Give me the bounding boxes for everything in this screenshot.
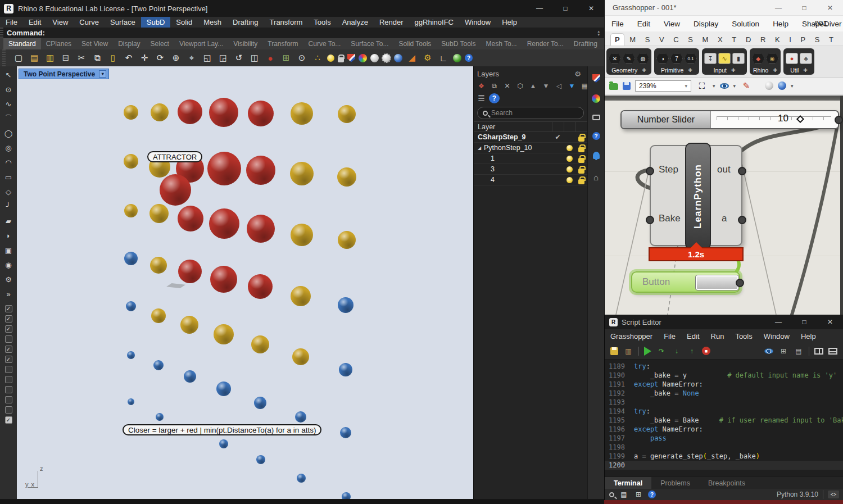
- menu-item[interactable]: View: [47, 17, 74, 28]
- properties-shield-icon[interactable]: [592, 74, 600, 83]
- osnap-checkbox[interactable]: [5, 305, 12, 312]
- select-arrow-icon[interactable]: ↖: [3, 70, 14, 80]
- display-color-wheel-icon[interactable]: [592, 94, 600, 103]
- undo-view-icon[interactable]: ↺: [233, 52, 245, 64]
- drag-grip[interactable]: [2, 49, 6, 66]
- osnap-checkbox[interactable]: [5, 376, 12, 383]
- menu-item[interactable]: Edit: [681, 332, 705, 340]
- curve-points-icon[interactable]: ⌒: [3, 113, 14, 124]
- sphere-object[interactable]: [124, 105, 138, 120]
- menu-item[interactable]: Tools: [308, 17, 336, 28]
- component-name-capsule[interactable]: LearnPython: [685, 143, 711, 249]
- gh-circle-icon[interactable]: ◍: [637, 53, 649, 64]
- layer-search-input[interactable]: [491, 109, 564, 117]
- step-out-icon[interactable]: ↑: [687, 346, 697, 356]
- chevron-down-icon[interactable]: ▾: [685, 83, 687, 89]
- out-output-nub[interactable]: [738, 167, 746, 175]
- sphere-object[interactable]: [248, 274, 273, 299]
- sphere-object[interactable]: [338, 105, 356, 123]
- toolbar-tab[interactable]: Drafting: [569, 38, 602, 49]
- code-line[interactable]: 1192 _bake = None: [605, 389, 843, 398]
- osnap-checkbox[interactable]: [5, 406, 12, 414]
- gh-tree-icon[interactable]: ♣: [800, 53, 812, 64]
- toolbar-tab[interactable]: Set View: [76, 38, 113, 49]
- drag-grip[interactable]: [0, 28, 3, 38]
- menu-item[interactable]: Surface: [105, 17, 141, 28]
- number-slider-component[interactable]: Number Slider 10: [620, 110, 839, 129]
- gh-integer-icon[interactable]: 7: [670, 53, 683, 64]
- new-file-icon[interactable]: ▢: [12, 52, 25, 64]
- point-icon[interactable]: ⊙: [3, 84, 14, 94]
- toolbar-tab[interactable]: Display: [113, 38, 145, 49]
- chevron-down-icon[interactable]: ▾: [733, 83, 736, 89]
- category-tab[interactable]: D: [742, 34, 755, 46]
- menu-item[interactable]: Window: [758, 332, 795, 340]
- toolbar-tab[interactable]: Surface To...: [346, 38, 393, 49]
- ellipse-icon[interactable]: ◎: [3, 143, 14, 153]
- button-component[interactable]: Button: [631, 271, 740, 293]
- menu-item[interactable]: Display: [687, 20, 725, 28]
- sphere-object[interactable]: [216, 382, 231, 396]
- filter-icon[interactable]: ▼: [566, 81, 577, 91]
- split-rows-icon[interactable]: [828, 348, 837, 355]
- toolbar-tab[interactable]: Solid Tools: [394, 38, 437, 49]
- step-in-icon[interactable]: ↓: [672, 346, 682, 356]
- render-region-icon[interactable]: [382, 54, 391, 62]
- sphere-object[interactable]: [124, 204, 138, 217]
- stop-icon[interactable]: ■: [702, 347, 710, 355]
- step-over-icon[interactable]: ↷: [656, 346, 667, 356]
- sphere-object[interactable]: [342, 492, 351, 499]
- new-layer-icon[interactable]: ❖: [476, 81, 487, 91]
- number-slider-track[interactable]: 10: [711, 111, 838, 128]
- sketch-pen-icon[interactable]: ✎: [740, 80, 753, 92]
- category-tab[interactable]: R: [756, 34, 769, 46]
- print-icon[interactable]: ⊟: [60, 52, 72, 64]
- sphere-object[interactable]: [291, 286, 311, 306]
- layer-name[interactable]: CSharpStep_9: [478, 133, 525, 141]
- sphere-object[interactable]: [338, 231, 356, 249]
- sphere-object[interactable]: [153, 360, 164, 370]
- sphere-object[interactable]: [127, 351, 135, 359]
- sphere-object[interactable]: [290, 162, 314, 185]
- render-blue-sphere-icon[interactable]: [394, 54, 402, 62]
- layer-lock-icon[interactable]: [578, 137, 584, 142]
- ground-plane-object[interactable]: [166, 283, 185, 288]
- layer-visibility-bulb-icon[interactable]: [566, 145, 573, 151]
- category-tab[interactable]: P: [796, 34, 809, 46]
- car-icon[interactable]: ●: [264, 52, 277, 64]
- button-output-nub[interactable]: [736, 279, 744, 287]
- sphere-object[interactable]: [178, 99, 202, 124]
- gh-number-slider-icon[interactable]: ↧: [704, 53, 717, 64]
- sphere-object[interactable]: [338, 297, 353, 313]
- osnap-checkbox[interactable]: [5, 386, 12, 393]
- menu-item[interactable]: View: [657, 20, 687, 28]
- toolbar-tab[interactable]: Select: [146, 38, 174, 49]
- sphere-object[interactable]: [340, 427, 351, 438]
- preview-eye-icon[interactable]: [720, 83, 729, 89]
- sphere-object[interactable]: [291, 102, 313, 125]
- collapse-icon[interactable]: ◁: [554, 81, 564, 91]
- sphere-object[interactable]: [337, 167, 356, 187]
- sphere-object[interactable]: [207, 152, 241, 185]
- new-file-icon[interactable]: ▤: [619, 489, 629, 500]
- layer-row[interactable]: ◢ PythonStep_10: [474, 143, 587, 153]
- copy-icon[interactable]: ⧉: [91, 52, 103, 64]
- layer-lock-icon[interactable]: [578, 179, 584, 184]
- sphere-object[interactable]: [209, 208, 239, 239]
- menu-item[interactable]: Help: [766, 20, 795, 28]
- sphere-object[interactable]: [339, 363, 352, 376]
- shield-icon[interactable]: [347, 54, 355, 62]
- osnap-checkbox[interactable]: [5, 396, 12, 403]
- menu-item[interactable]: Solid: [170, 17, 198, 28]
- gh-toggle-icon[interactable]: ▮: [732, 53, 745, 64]
- code-line[interactable]: 1190 _bake = y # default input name is '…: [605, 371, 843, 380]
- layer-row[interactable]: 3: [474, 164, 587, 175]
- orient-icon[interactable]: ⊙: [296, 52, 308, 64]
- analyze-map-icon[interactable]: ⊞: [280, 52, 292, 64]
- sphere-icon[interactable]: ◉: [3, 260, 14, 270]
- spray-icon[interactable]: ◢: [406, 52, 418, 64]
- layer-expander-icon[interactable]: ◢: [478, 146, 484, 151]
- minimize-button[interactable]: —: [765, 315, 791, 329]
- package-icon[interactable]: ▥: [623, 346, 633, 356]
- sphere-object[interactable]: [219, 439, 228, 448]
